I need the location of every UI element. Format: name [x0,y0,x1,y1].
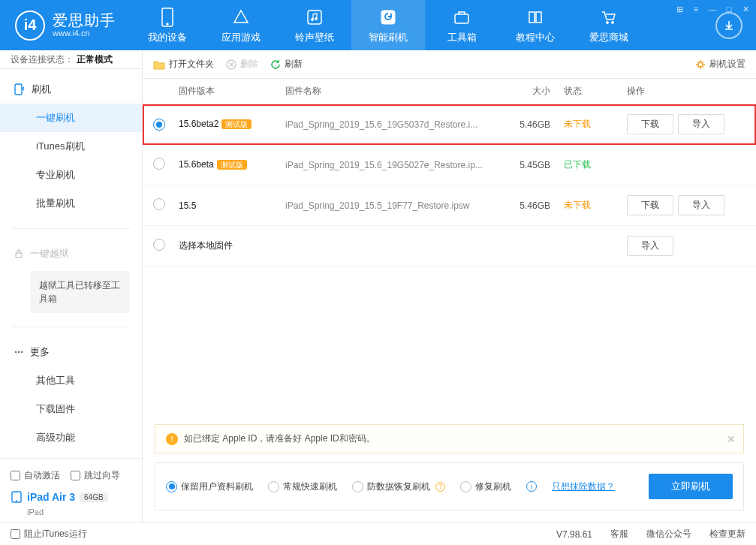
support-link[interactable]: 客服 [610,528,628,540]
help-icon[interactable]: ? [435,482,445,492]
download-icon [723,20,735,32]
check-update-link[interactable]: 检查更新 [709,528,745,540]
titlebar-close-icon[interactable]: ✕ [739,3,751,15]
checkbox-label: 阻止iTunes运行 [24,528,87,540]
nav-flash[interactable]: 智能刷机 [351,0,425,50]
opt-keep-data[interactable]: 保留用户资料刷机 [166,480,253,493]
sidebar-head-label: 更多 [30,345,50,359]
sidebar-item-oneclick-flash[interactable]: 一键刷机 [0,104,142,132]
top-nav: 我的设备 应用游戏 铃声壁纸 智能刷机 工具箱 教程中心 [131,0,715,50]
nav-apps[interactable]: 应用游戏 [204,0,278,50]
alert-text: 如已绑定 Apple ID，请准备好 Apple ID和密码。 [184,432,375,445]
wechat-link[interactable]: 微信公众号 [646,528,691,540]
titlebar-grid-icon[interactable]: ⊞ [673,3,685,15]
opt-repair[interactable]: 修复刷机 [460,480,511,493]
local-firmware-label: 选择本地固件 [173,239,618,252]
table-header: 固件版本 固件名称 大小 状态 操作 [143,79,756,104]
firmware-row[interactable]: 15.6beta测试版iPad_Spring_2019_15.6_19G5027… [143,145,756,185]
nav-label: 教程中心 [516,31,555,44]
titlebar-menu-icon[interactable]: ≡ [690,3,702,15]
refresh-icon [270,59,281,70]
download-button[interactable] [715,12,742,39]
firmware-row[interactable]: 15.5iPad_Spring_2019_15.5_19F77_Restore.… [143,185,756,226]
svg-point-1 [167,23,168,24]
sidebar-head-label: 一键越狱 [30,247,69,260]
logo-icon: i4 [15,11,45,41]
firmware-table: 15.6beta2测试版iPad_Spring_2019_15.6_19G503… [143,104,756,266]
svg-point-12 [18,351,20,354]
tablet-icon [11,491,23,503]
more-icon [14,347,24,357]
row-radio[interactable] [153,158,165,170]
refresh-button[interactable]: 刷新 [270,58,303,71]
titlebar-maximize-icon[interactable]: □ [723,3,735,15]
svg-rect-2 [308,11,321,24]
appleid-alert: ! 如已绑定 Apple ID，请准备好 Apple ID和密码。 ✕ [155,424,744,453]
sidebar-item-other-tools[interactable]: 其他工具 [0,366,142,395]
download-button[interactable]: 下载 [627,195,673,215]
nav-store[interactable]: 爱思商城 [572,0,646,50]
book-icon [525,7,546,28]
sidebar-group-flash[interactable]: 刷机 [0,75,142,104]
auto-activate-checkbox[interactable]: 自动激活 [11,469,60,482]
opt-normal[interactable]: 常规快速刷机 [268,480,337,493]
download-button[interactable]: 下载 [627,114,673,134]
beta-badge: 测试版 [217,160,247,170]
opt-anti-recovery[interactable]: 防数据恢复刷机? [352,480,445,493]
toolbox-icon [451,7,472,28]
sidebar-item-batch-flash[interactable]: 批量刷机 [0,189,142,218]
appstore-icon [230,7,251,28]
titlebar-buttons: ⊞ ≡ — □ ✕ [673,3,751,15]
sidebar: 设备连接状态： 正常模式 刷机 一键刷机 iTunes刷机 专业刷机 批量刷机 … [0,50,143,522]
nav-my-device[interactable]: 我的设备 [131,0,204,50]
titlebar-minimize-icon[interactable]: — [706,3,718,15]
main-panel: 打开文件夹 删除 刷新 刷机设置 固件版本 固件名称 大小 状态 操作 [143,50,756,522]
flash-options: 保留用户资料刷机 常规快速刷机 防数据恢复刷机? 修复刷机 i 只想抹除数据？ … [155,462,744,510]
nav-label: 智能刷机 [369,31,408,44]
import-button[interactable]: 导入 [627,236,673,256]
sidebar-group-more[interactable]: 更多 [0,338,142,366]
firmware-row[interactable]: 15.6beta2测试版iPad_Spring_2019_15.6_19G503… [143,104,756,145]
sidebar-head-label: 刷机 [32,83,51,96]
import-button[interactable]: 导入 [678,195,724,215]
alert-close-button[interactable]: ✕ [727,433,736,445]
info-icon[interactable]: i [526,481,537,492]
nav-label: 爱思商城 [589,31,628,44]
firmware-version: 15.6beta2 [179,119,218,129]
svg-rect-5 [381,11,395,24]
erase-only-link[interactable]: 只想抹除数据？ [552,480,615,493]
opt-label: 常规快速刷机 [283,480,337,493]
toolbar-label: 删除 [240,58,258,71]
open-folder-button[interactable]: 打开文件夹 [153,58,214,71]
skip-guide-checkbox[interactable]: 跳过向导 [71,469,120,482]
start-flash-button[interactable]: 立即刷机 [649,474,733,499]
nav-tutorials[interactable]: 教程中心 [498,0,572,50]
nav-label: 工具箱 [447,31,477,44]
sidebar-item-pro-flash[interactable]: 专业刷机 [0,161,142,189]
sidebar-item-download-firmware[interactable]: 下载固件 [0,395,142,423]
row-radio[interactable] [153,239,165,251]
music-icon [304,7,325,28]
nav-ringtones[interactable]: 铃声壁纸 [278,0,351,50]
flash-settings-button[interactable]: 刷机设置 [695,58,745,71]
firmware-name: iPad_Spring_2019_15.6_19G5037d_Restore.i… [285,119,498,130]
connection-status: 设备连接状态： 正常模式 [0,50,142,69]
nav-toolbox[interactable]: 工具箱 [425,0,498,50]
jailbreak-moved-note: 越狱工具已转移至工具箱 [30,271,130,313]
device-info[interactable]: iPad Air 3 64GB [11,486,131,507]
firmware-row[interactable]: 选择本地固件导入 [143,226,756,266]
sidebar-item-advanced[interactable]: 高级功能 [0,423,142,452]
block-itunes-checkbox[interactable]: 阻止iTunes运行 [11,528,87,540]
svg-rect-6 [455,14,468,23]
svg-point-13 [21,351,23,354]
toolbar-label: 刷新 [285,58,303,71]
sidebar-item-itunes-flash[interactable]: iTunes刷机 [0,132,142,161]
status-value: 正常模式 [77,53,113,66]
import-button[interactable]: 导入 [678,114,724,134]
brand-url: www.i4.cn [53,29,116,38]
app-logo: i4 爱思助手 www.i4.cn [15,11,116,41]
row-radio[interactable] [153,198,165,210]
row-radio[interactable] [153,119,165,131]
svg-point-17 [698,62,703,67]
firmware-status: 未下载 [550,199,618,212]
